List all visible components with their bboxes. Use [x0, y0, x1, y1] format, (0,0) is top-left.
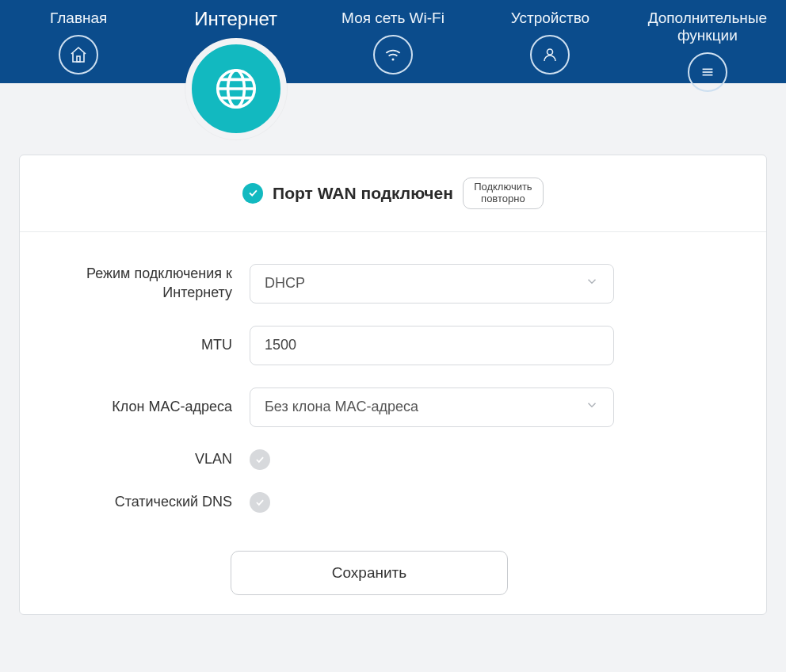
svg-point-4	[391, 58, 394, 60]
input-mtu[interactable]	[265, 337, 599, 353]
nav-home[interactable]: Главная	[0, 0, 157, 74]
wan-status-row: Порт WAN подключен Подключить повторно	[20, 178, 766, 232]
row-static-dns: Статический DNS	[52, 492, 687, 513]
nav-extra[interactable]: Дополнительные функции	[629, 0, 786, 92]
select-mac-clone-value: Без клона MAC-адреса	[265, 399, 418, 415]
top-nav: Главная Интернет Моя сеть Wi-Fi	[0, 0, 786, 83]
reconnect-button[interactable]: Подключить повторно	[463, 178, 544, 209]
row-mac-clone: Клон MAC-адреса Без клона MAC-адреса	[52, 388, 687, 427]
settings-form: Режим подключения к Интернету DHCP MTU К…	[20, 232, 766, 595]
nav-wifi-label: Моя сеть Wi-Fi	[315, 10, 471, 27]
label-mac-clone: Клон MAC-адреса	[52, 398, 250, 416]
nav-device-label: Устройство	[471, 10, 628, 27]
label-static-dns: Статический DNS	[52, 493, 250, 511]
input-mtu-wrapper	[250, 326, 614, 365]
row-connection-mode: Режим подключения к Интернету DHCP	[52, 264, 687, 304]
home-icon	[59, 35, 98, 74]
nav-extra-label: Дополнительные функции	[629, 10, 786, 44]
svg-rect-0	[77, 56, 80, 62]
toggle-static-dns[interactable]	[250, 492, 270, 513]
svg-point-5	[548, 49, 553, 55]
nav-internet-label: Интернет	[157, 8, 314, 30]
nav-internet[interactable]: Интернет	[157, 0, 314, 139]
check-icon	[242, 183, 263, 204]
row-vlan: VLAN	[52, 449, 687, 470]
nav-device[interactable]: Устройство	[471, 0, 628, 74]
chevron-down-icon	[585, 398, 599, 416]
save-row: Сохранить	[52, 551, 687, 595]
label-vlan: VLAN	[52, 450, 250, 468]
select-mac-clone[interactable]: Без клона MAC-адреса	[250, 388, 614, 427]
nav-home-label: Главная	[0, 10, 157, 27]
label-mtu: MTU	[52, 336, 250, 354]
chevron-down-icon	[585, 274, 599, 292]
user-icon	[530, 35, 570, 74]
wan-status-text: Порт WAN подключен	[273, 184, 453, 203]
select-connection-mode[interactable]: DHCP	[250, 264, 614, 304]
select-connection-mode-value: DHCP	[265, 275, 305, 292]
save-button[interactable]: Сохранить	[231, 551, 508, 595]
label-connection-mode: Режим подключения к Интернету	[52, 265, 250, 302]
wifi-icon	[373, 35, 413, 74]
toggle-vlan[interactable]	[250, 449, 270, 470]
row-mtu: MTU	[52, 326, 687, 365]
globe-icon	[185, 38, 287, 139]
menu-icon	[688, 52, 727, 92]
nav-wifi[interactable]: Моя сеть Wi-Fi	[315, 0, 471, 74]
settings-card: Порт WAN подключен Подключить повторно Р…	[19, 155, 767, 615]
